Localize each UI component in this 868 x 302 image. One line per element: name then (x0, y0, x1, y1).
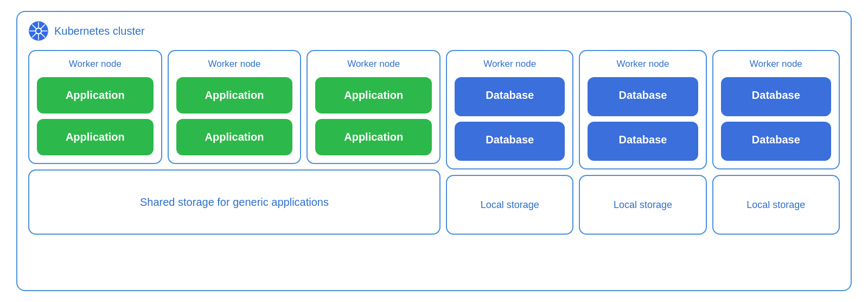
local-storage-label-1: Local storage (481, 199, 539, 211)
local-storage-2: Local storage (579, 175, 706, 235)
worker-node-app-3: Worker node Application Application (307, 50, 441, 164)
app-box-1-2: Application (37, 119, 154, 155)
worker-node-label-3: Worker node (315, 59, 432, 70)
local-storage-3: Local storage (712, 175, 840, 235)
db-box-2-1: Database (588, 77, 698, 116)
db-worker-label-3: Worker node (721, 59, 831, 70)
db-box-1-2: Database (455, 122, 565, 161)
db-worker-label-2: Worker node (588, 59, 698, 70)
app-nodes-row: Worker node Application Application Work… (28, 50, 441, 164)
cluster-header: Kubernetes cluster (28, 21, 840, 41)
db-worker-col-2: Worker node Database Database Local stor… (579, 50, 706, 235)
app-box-2-1: Application (176, 77, 293, 114)
worker-node-label-2: Worker node (176, 59, 293, 70)
worker-node-app-2: Worker node Application Application (168, 50, 302, 164)
db-worker-col-3: Worker node Database Database Local stor… (712, 50, 840, 235)
local-storage-1: Local storage (446, 175, 573, 235)
db-box-3-1: Database (721, 77, 831, 116)
local-storage-label-2: Local storage (614, 199, 672, 211)
db-worker-label-1: Worker node (455, 59, 565, 70)
kubernetes-logo-icon (28, 21, 49, 41)
worker-node-db-1: Worker node Database Database (446, 50, 573, 169)
worker-node-db-2: Worker node Database Database (579, 50, 706, 169)
worker-node-db-3: Worker node Database Database (712, 50, 840, 169)
right-section: Worker node Database Database Local stor… (446, 50, 840, 235)
worker-node-app-1: Worker node Application Application (28, 50, 162, 164)
app-box-3-2: Application (315, 119, 432, 155)
shared-storage-label: Shared storage for generic applications (140, 196, 329, 209)
db-box-3-2: Database (721, 122, 831, 161)
main-content: Worker node Application Application Work… (28, 50, 840, 235)
app-box-2-2: Application (176, 119, 293, 155)
db-worker-col-1: Worker node Database Database Local stor… (446, 50, 573, 235)
app-box-3-1: Application (315, 77, 432, 114)
kubernetes-cluster: Kubernetes cluster Worker node Applicati… (16, 11, 852, 291)
local-storage-label-3: Local storage (746, 199, 805, 211)
left-section: Worker node Application Application Work… (28, 50, 441, 235)
app-box-1-1: Application (37, 77, 154, 114)
db-box-1-1: Database (455, 77, 565, 116)
worker-node-label-1: Worker node (37, 59, 154, 70)
cluster-title: Kubernetes cluster (54, 25, 145, 37)
shared-storage: Shared storage for generic applications (28, 169, 441, 235)
db-box-2-2: Database (588, 122, 698, 161)
